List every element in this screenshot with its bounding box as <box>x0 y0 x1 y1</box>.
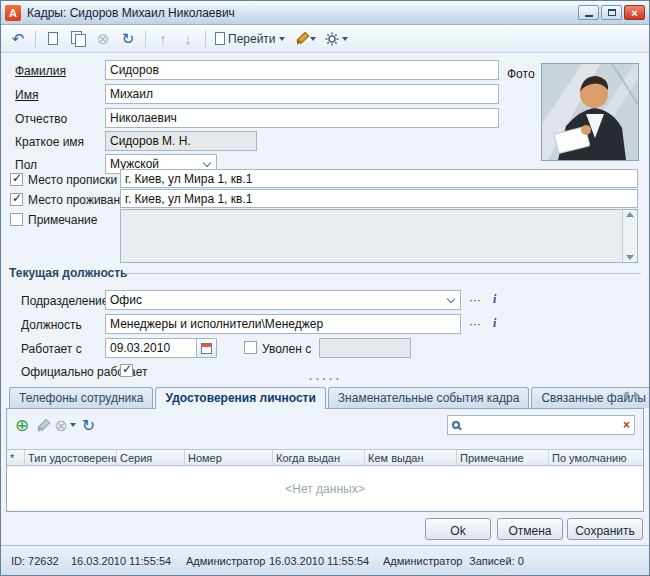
arrow-down-icon: ↓ <box>184 30 192 47</box>
dismissed-input <box>319 338 411 358</box>
toolbar-separator <box>35 30 36 48</box>
note-label: Примечание <box>28 213 97 227</box>
calendar-button[interactable] <box>197 338 217 358</box>
photo-image <box>542 64 638 160</box>
patronymic-input[interactable] <box>105 108 499 128</box>
chevron-down-icon <box>310 37 316 41</box>
minimize-icon <box>585 15 593 17</box>
registration-label: Место прописки <box>28 173 117 187</box>
scroll-up-icon[interactable] <box>626 212 634 217</box>
current-position-group-title: Текущая должность <box>9 266 128 280</box>
titlebar: A Кадры: Сидоров Михаил Николаевич × <box>1 1 649 25</box>
grid-empty-text: <Нет данных> <box>285 482 364 496</box>
clear-search-icon[interactable]: × <box>623 418 630 432</box>
short-name-input <box>105 131 257 151</box>
surname-label[interactable]: Фамилия <box>15 64 66 78</box>
short-name-label: Краткое имя <box>15 135 84 149</box>
undo-button[interactable]: ↶ <box>7 28 29 50</box>
job-info-button[interactable]: i <box>491 315 498 332</box>
cancel-button[interactable]: Отмена <box>497 518 563 540</box>
new-record-button[interactable] <box>42 28 64 50</box>
firstname-input[interactable] <box>105 84 499 104</box>
residence-label: Место проживания <box>28 193 133 207</box>
hr-card-window: A Кадры: Сидоров Михаил Николаевич × ↶ ⊗… <box>0 0 650 576</box>
firstname-label[interactable]: Имя <box>15 88 38 102</box>
grid-body[interactable]: <Нет данных> <box>7 467 643 510</box>
column-header-note[interactable]: Примечание <box>457 450 549 465</box>
note-scrollbar[interactable] <box>622 210 637 262</box>
residence-input[interactable] <box>120 189 638 208</box>
tab-scroll-controls <box>623 391 639 399</box>
column-header-series[interactable]: Серия <box>117 450 185 465</box>
grid-search[interactable]: × <box>447 415 635 435</box>
new-document-icon <box>48 32 58 45</box>
edit-menu-button[interactable] <box>291 28 319 50</box>
minimize-button[interactable] <box>578 5 599 20</box>
tab-notable-events[interactable]: Знаменательные события кадра <box>328 387 530 408</box>
column-header-issued-by[interactable]: Кем выдан <box>365 450 457 465</box>
column-header-issued-date[interactable]: Когда выдан <box>273 450 365 465</box>
refresh-button[interactable]: ↻ <box>117 28 139 50</box>
add-icon: ⊕ <box>15 415 29 436</box>
department-info-button[interactable]: i <box>491 291 498 308</box>
column-header-number[interactable]: Номер <box>185 450 273 465</box>
registration-checkbox[interactable] <box>10 173 23 186</box>
works-since-input[interactable] <box>105 338 197 358</box>
chevron-down-icon <box>447 294 455 302</box>
photo-label: Фото <box>507 67 535 81</box>
settings-menu-button[interactable] <box>322 28 351 50</box>
search-input[interactable] <box>464 418 619 432</box>
goto-menu-button[interactable]: Перейти <box>212 28 288 50</box>
add-row-button[interactable]: ⊕ <box>15 415 29 436</box>
department-lookup-button[interactable]: ··· <box>467 292 483 308</box>
statusbar: ID: 72632 16.03.2010 11:55:54 Администра… <box>1 545 649 575</box>
group-divider <box>125 273 641 274</box>
edit-row-button[interactable] <box>35 419 48 432</box>
tab-identity-documents[interactable]: Удостоверения личности <box>155 387 325 409</box>
save-button[interactable]: Сохранить <box>567 518 643 540</box>
edit-icon <box>35 419 48 432</box>
maximize-button[interactable] <box>601 5 622 20</box>
delete-record-button[interactable]: ⊗ <box>92 28 114 50</box>
splitter-grip[interactable]: ····· <box>1 373 649 383</box>
app-logo-icon: A <box>5 5 21 21</box>
ok-button[interactable]: Ok <box>425 518 491 540</box>
copy-icon <box>71 31 85 46</box>
note-textarea[interactable] <box>120 209 638 263</box>
residence-checkbox[interactable] <box>10 193 23 206</box>
goto-label: Перейти <box>228 32 276 46</box>
tab-employee-phones[interactable]: Телефоны сотрудника <box>9 387 153 408</box>
registration-input[interactable] <box>120 169 638 188</box>
goto-icon <box>215 32 225 45</box>
patronymic-label: Отчество <box>15 112 67 126</box>
delete-row-button[interactable]: ⊗ <box>54 416 75 435</box>
close-button[interactable]: × <box>624 5 645 20</box>
refresh-grid-button[interactable]: ↻ <box>82 416 95 435</box>
note-checkbox[interactable] <box>10 213 23 226</box>
column-header-doc-type[interactable]: Тип удостоверени <box>25 450 117 465</box>
job-label: Должность <box>21 318 82 332</box>
dismissed-checkbox[interactable] <box>244 341 257 354</box>
surname-input[interactable] <box>105 60 499 80</box>
copy-record-button[interactable] <box>67 28 89 50</box>
column-header-default[interactable]: По умолчанию <box>549 450 643 465</box>
move-down-button[interactable]: ↓ <box>177 28 199 50</box>
chevron-down-icon <box>342 37 348 41</box>
status-record-count: Записей: 0 <box>469 555 524 567</box>
chevron-down-icon <box>70 423 76 427</box>
department-select[interactable]: Офис <box>105 290 461 310</box>
refresh-icon: ↻ <box>82 416 95 435</box>
scroll-down-icon[interactable] <box>626 255 634 260</box>
edit-icon <box>294 32 307 45</box>
column-header-marker[interactable]: * <box>7 450 25 465</box>
tab-scroll-left-icon[interactable] <box>623 391 628 399</box>
tab-scroll-right-icon[interactable] <box>634 391 639 399</box>
maximize-icon <box>608 9 616 16</box>
move-up-button[interactable]: ↑ <box>152 28 174 50</box>
job-input[interactable] <box>105 314 461 334</box>
gear-icon <box>325 32 339 46</box>
job-lookup-button[interactable]: ··· <box>467 316 483 332</box>
refresh-icon: ↻ <box>122 30 135 48</box>
main-toolbar: ↶ ⊗ ↻ ↑ ↓ Перейти <box>1 25 649 53</box>
window-title: Кадры: Сидоров Михаил Николаевич <box>27 6 578 20</box>
